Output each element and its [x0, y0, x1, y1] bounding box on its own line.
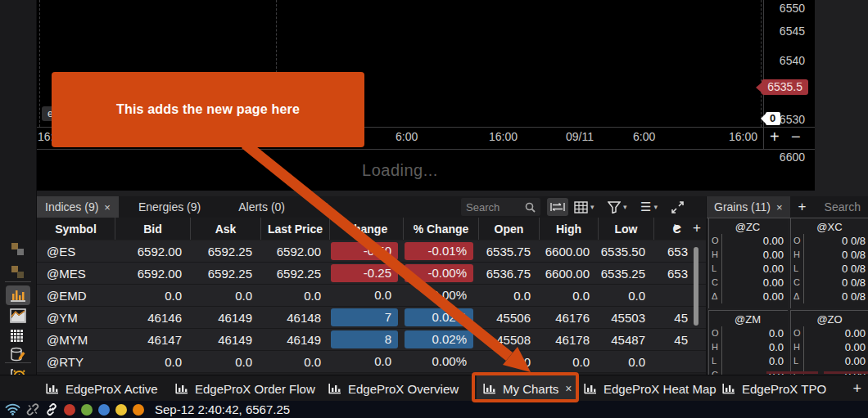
- ohlc-value: 0 0/8: [804, 248, 866, 262]
- table-row[interactable]: @MES 6592.00 6592.25 6592.25 -0.25 -0.00…: [37, 263, 706, 285]
- column-header[interactable]: Ask: [190, 218, 260, 240]
- linked-chart-icon[interactable]: [6, 263, 30, 282]
- cell-last: 46149: [260, 333, 329, 347]
- column-header[interactable]: Symbol: [37, 218, 115, 240]
- table-row[interactable]: @RTY 0.0 0.0 0.0 0.0 0.00% 0.0 0.0 0.0: [37, 351, 706, 373]
- expand-panel-button[interactable]: [671, 198, 684, 216]
- add-quote-tab-button[interactable]: +: [314, 196, 339, 218]
- quote-card[interactable]: @ZO O H L C Δ 0.00 0.00 0.00 0.00 0.00: [790, 310, 868, 375]
- cell-high: 6600.00: [539, 267, 598, 281]
- tab-grains[interactable]: Grains (11) ×: [707, 196, 790, 218]
- cell-change: 8: [331, 330, 398, 348]
- cell-last: 0.0: [260, 355, 329, 369]
- left-toolbar: [0, 0, 37, 401]
- cell-close: 45: [653, 311, 699, 325]
- ohlc-label: C: [712, 368, 719, 375]
- cell-open: 0.0: [478, 355, 539, 369]
- bar-chart-icon: [584, 383, 597, 394]
- tab-label: Grains (11): [714, 200, 771, 213]
- cell-high: 0.0: [539, 355, 598, 369]
- table-row[interactable]: @YM 46146 46149 46148 7 0.02% 45506 4617…: [37, 307, 706, 329]
- column-header[interactable]: Last Price: [260, 218, 329, 240]
- column-header[interactable]: Bid: [115, 218, 190, 240]
- ohlc-label: H: [712, 340, 719, 354]
- page-tab-overview[interactable]: EdgeProX Overview: [322, 375, 465, 402]
- table-row[interactable]: @ES 6592.00 6592.25 6592.00 -0.50 -0.01%…: [37, 240, 706, 263]
- workspace-dot-blue[interactable]: [98, 404, 110, 416]
- column-header[interactable]: Change: [329, 218, 403, 240]
- quotes-header-row: Symbol Bid Ask Last Price Change % Chang…: [37, 218, 706, 240]
- cell-open: 6535.75: [478, 245, 539, 258]
- cell-symbol: @EMD: [37, 289, 115, 303]
- column-header[interactable]: Low: [598, 218, 653, 240]
- quote-card[interactable]: @ZM O H L C Δ 0.0 0.0 0.0 0.0 0.0: [708, 310, 788, 375]
- tab-alerts[interactable]: Alerts (0): [230, 196, 293, 218]
- loading-indicator: Loading...: [37, 161, 763, 180]
- ohlc-label: H: [793, 340, 801, 354]
- search-input[interactable]: [466, 201, 520, 213]
- status-bar: Sep-12 2:40:42, 6567.25: [0, 401, 868, 418]
- workspace-dot-yellow[interactable]: [115, 404, 127, 416]
- cell-last: 46148: [260, 311, 329, 325]
- grains-search[interactable]: Search: [815, 196, 868, 218]
- tab-energies[interactable]: Energies (9): [130, 196, 209, 218]
- quote-card[interactable]: @ZC O H L C Δ 0.00 0.00 0.00 0.00 0.00: [708, 218, 788, 308]
- workspace-dot-green[interactable]: [81, 404, 93, 416]
- page-tab-order-flow[interactable]: EdgeProX Order Flow: [169, 375, 322, 402]
- cell-symbol: @YM: [37, 311, 115, 325]
- linked-chart-icon[interactable]: [6, 240, 30, 259]
- bar-countdown-badge: 0: [766, 112, 780, 125]
- close-icon[interactable]: ×: [776, 201, 783, 213]
- table-row[interactable]: @EMD 0.0 0.0 0.0 0.0 0.00% 0.0 0.0 0.0: [37, 285, 706, 307]
- grains-tab-bar: Grains (11) × + Search: [707, 196, 868, 218]
- add-symbol-button[interactable]: +: [693, 220, 701, 236]
- column-header[interactable]: % Change: [403, 218, 478, 240]
- add-page-button[interactable]: +: [852, 375, 861, 402]
- quote-card[interactable]: @XC O H L C Δ 0 0/8 0 0/8 0 0/8 0 0/8: [790, 218, 868, 308]
- rows-menu[interactable]: ☰ ▾: [640, 198, 658, 216]
- cell-ask: 46149: [190, 333, 260, 347]
- cell-change: 0.0: [331, 353, 398, 371]
- close-icon[interactable]: ×: [104, 201, 111, 213]
- histogram-tool-icon[interactable]: [6, 285, 30, 305]
- tab-indices[interactable]: Indices (9) ×: [37, 196, 119, 218]
- add-grains-tab-button[interactable]: +: [790, 196, 815, 218]
- workspace-dot-red[interactable]: [64, 404, 75, 416]
- table-row[interactable]: @MYM 46147 46149 46149 8 0.02% 45508 461…: [37, 329, 706, 351]
- quotes-search[interactable]: [461, 198, 540, 216]
- table-scrollbar[interactable]: [694, 247, 698, 326]
- price-tick: 6600: [756, 151, 805, 164]
- last-price-badge: 6535.5: [762, 79, 808, 95]
- status-timestamp: Sep-12 2:40:42, 6567.25: [155, 402, 290, 416]
- chevron-down-icon: ▾: [623, 203, 627, 211]
- scroll-columns-right-icon[interactable]: ▶: [675, 222, 681, 232]
- column-header[interactable]: High: [539, 218, 598, 240]
- page-tab-heat-map[interactable]: EdgeProX Heat Map: [577, 375, 723, 402]
- tab-label: Alerts (0): [238, 200, 285, 213]
- bar-chart-icon: [328, 383, 341, 394]
- grid-tool-icon[interactable]: [6, 326, 30, 345]
- swap-columns-button[interactable]: [547, 198, 568, 216]
- time-tick: 09/11: [566, 130, 594, 143]
- workspace-dot-orange[interactable]: [133, 404, 144, 416]
- cell-open: 45508: [478, 333, 539, 347]
- table-layout-menu[interactable]: ▾: [574, 198, 594, 216]
- ohlc-value: 0 0/8: [804, 234, 866, 248]
- line-chart-tool-icon[interactable]: [6, 306, 30, 326]
- cell-change: -0.25: [331, 264, 398, 282]
- chart-zoom-out-button[interactable]: −: [791, 128, 801, 145]
- cell-symbol: @RTY: [37, 355, 115, 369]
- ohlc-value: 0.00: [722, 290, 784, 303]
- ohlc-label: H: [793, 248, 801, 262]
- column-header[interactable]: Open: [478, 218, 539, 240]
- page-tab-tpo[interactable]: EdgeProX TPO: [716, 375, 833, 402]
- bar-chart-icon: [175, 383, 188, 394]
- ohlc-value: 0 0/8: [804, 290, 866, 303]
- chart-zoom-in-button[interactable]: +: [770, 128, 780, 145]
- cell-pct-change: -0.00%: [405, 264, 473, 282]
- tab-label: Indices (9): [45, 200, 98, 213]
- cell-low: 6535.50: [598, 245, 653, 258]
- data-edit-tool-icon[interactable]: [6, 344, 30, 364]
- filter-menu[interactable]: ▾: [608, 198, 627, 216]
- page-tab-active-workspace[interactable]: EdgeProX Active: [39, 375, 165, 402]
